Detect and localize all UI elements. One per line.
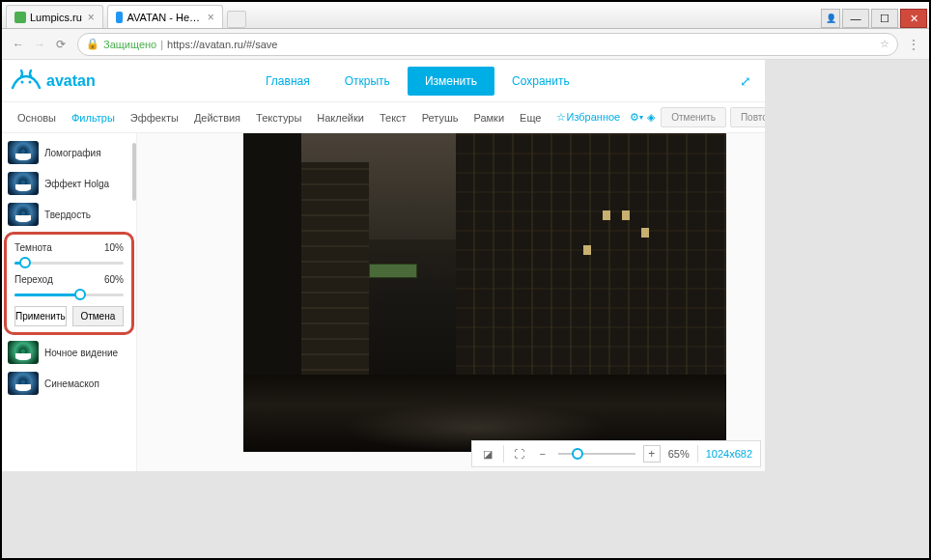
- toolbar: Основы Фильтры Эффекты Действия Текстуры…: [2, 102, 765, 133]
- back-button[interactable]: ←: [8, 34, 29, 55]
- zoom-value: 65%: [668, 448, 690, 460]
- user-icon[interactable]: 👤: [821, 9, 840, 28]
- filter-thumb-icon: [8, 203, 39, 226]
- expand-icon[interactable]: ⤢: [740, 73, 751, 89]
- browser-tab-0[interactable]: Lumpics.ru ×: [6, 5, 103, 28]
- filter-thumb-icon: [8, 141, 39, 164]
- apply-button[interactable]: Применить: [14, 306, 67, 326]
- reload-button[interactable]: ⟳: [50, 34, 71, 55]
- nav-edit[interactable]: Изменить: [408, 67, 494, 96]
- scrollbar[interactable]: [132, 143, 136, 201]
- logo-text: avatan: [46, 72, 96, 90]
- gear-icon[interactable]: ⚙▾: [630, 107, 643, 128]
- menu-button[interactable]: ⋮: [904, 38, 923, 51]
- tool-textures[interactable]: Текстуры: [248, 106, 309, 129]
- transition-value: 60%: [104, 274, 124, 285]
- darkness-value: 10%: [104, 242, 124, 253]
- tool-filters[interactable]: Фильтры: [64, 106, 123, 129]
- url-separator: |: [160, 39, 163, 50]
- undo-button[interactable]: Отменить: [661, 107, 726, 127]
- tool-favorites[interactable]: ☆Избранное: [549, 105, 628, 129]
- window-titlebar: Lumpics.ru × AVATAN - Необычный С × 👤 — …: [2, 2, 929, 29]
- zoom-out-button[interactable]: −: [535, 448, 550, 460]
- filter-night-vision[interactable]: Ночное видение: [2, 337, 136, 368]
- nav-open[interactable]: Открыть: [327, 67, 408, 96]
- filter-thumb-icon: [8, 341, 39, 364]
- nav-home[interactable]: Главная: [248, 67, 327, 96]
- star-icon[interactable]: ☆: [880, 38, 889, 50]
- tool-more[interactable]: Еще: [512, 106, 549, 129]
- browser-tab-1[interactable]: AVATAN - Необычный С ×: [107, 5, 223, 28]
- compare-icon[interactable]: ◪: [480, 448, 495, 461]
- close-icon[interactable]: ×: [88, 11, 95, 24]
- tab-title: Lumpics.ru: [30, 12, 82, 23]
- tool-retouch[interactable]: Ретушь: [414, 106, 466, 129]
- tool-frames[interactable]: Рамки: [466, 106, 512, 129]
- nav-save[interactable]: Сохранить: [494, 67, 587, 96]
- lock-icon: 🔒: [86, 38, 99, 50]
- filter-thumb-icon: [8, 172, 39, 195]
- transition-slider[interactable]: [14, 287, 124, 302]
- url-text: https://avatan.ru/#/save: [167, 39, 277, 50]
- favicon-icon: [14, 12, 26, 23]
- zoom-bar: ◪ ⛶ − + 65% 1024x682: [471, 440, 761, 467]
- tool-effects[interactable]: Эффекты: [123, 106, 186, 129]
- tool-actions[interactable]: Действия: [186, 106, 248, 129]
- svg-point-1: [29, 80, 32, 83]
- filter-cinemascope[interactable]: Синемаскоп: [2, 368, 136, 399]
- svg-point-0: [21, 80, 24, 83]
- filter-lomography[interactable]: Ломография: [2, 137, 136, 168]
- filters-sidebar: Ломография Эффект Holga Твердость Темнот…: [2, 133, 137, 471]
- filter-thumb-icon: [8, 372, 39, 395]
- close-icon[interactable]: ×: [208, 11, 214, 24]
- fullscreen-icon[interactable]: ⛶: [512, 448, 527, 460]
- tool-stickers[interactable]: Наклейки: [309, 106, 372, 129]
- app-header: avatan Главная Открыть Изменить Сохранит…: [2, 60, 765, 102]
- image-dimensions: 1024x682: [706, 448, 752, 460]
- favicon-icon: [116, 12, 124, 23]
- zoom-slider[interactable]: [558, 447, 635, 461]
- transition-label: Переход: [14, 274, 53, 285]
- forward-button[interactable]: →: [29, 34, 50, 55]
- cancel-button[interactable]: Отмена: [72, 306, 124, 326]
- layers-icon[interactable]: ◈: [647, 107, 655, 128]
- canvas-area: ◪ ⛶ − + 65% 1024x682: [137, 133, 765, 471]
- footer-gap: [2, 471, 765, 558]
- photo-preview[interactable]: [243, 133, 726, 452]
- url-input[interactable]: 🔒 Защищено | https://avatan.ru/#/save ☆: [77, 33, 898, 56]
- tool-text[interactable]: Текст: [372, 106, 414, 129]
- close-button[interactable]: ✕: [900, 9, 927, 28]
- maximize-button[interactable]: ☐: [871, 9, 898, 28]
- tool-basics[interactable]: Основы: [10, 106, 64, 129]
- address-bar: ← → ⟳ 🔒 Защищено | https://avatan.ru/#/s…: [2, 29, 929, 60]
- inactive-area: [765, 60, 929, 558]
- filter-holga[interactable]: Эффект Holga: [2, 168, 136, 199]
- new-tab-button[interactable]: [227, 11, 246, 28]
- darkness-label: Темнота: [14, 242, 52, 253]
- filter-settings-panel: Темнота 10% Переход 60% Применить Отмена: [4, 232, 134, 335]
- darkness-slider[interactable]: [14, 255, 124, 270]
- logo[interactable]: avatan: [10, 69, 96, 94]
- tab-title: AVATAN - Необычный С: [127, 12, 201, 23]
- logo-icon: [10, 69, 42, 94]
- filter-hardness[interactable]: Твердость: [2, 199, 136, 230]
- secure-label: Защищено: [103, 39, 156, 50]
- minimize-button[interactable]: —: [842, 9, 869, 28]
- zoom-in-button[interactable]: +: [643, 445, 661, 462]
